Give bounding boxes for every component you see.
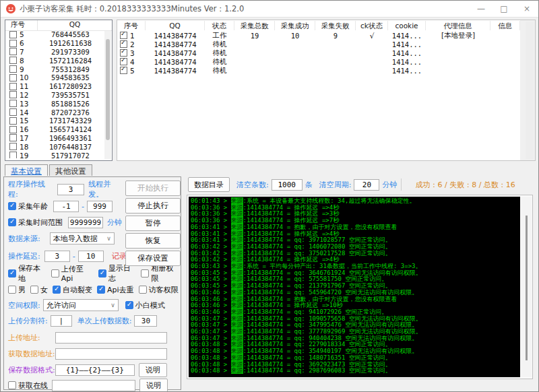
row-checkbox[interactable]: [9, 117, 17, 125]
checkbox-unchecked[interactable]: [30, 286, 38, 294]
fetch-url-input[interactable]: [55, 348, 167, 360]
close-button[interactable]: ×: [515, 1, 538, 17]
row-checkbox-checked[interactable]: [120, 67, 127, 74]
list-item[interactable]: 171966493361: [5, 134, 104, 143]
delay-min-input[interactable]: 3: [44, 251, 70, 262]
upload-url-input[interactable]: [55, 332, 167, 344]
column-header[interactable]: 信息: [490, 21, 520, 30]
data-directory-button[interactable]: 数据目录: [188, 177, 230, 192]
list-item[interactable]: 111617280923: [5, 82, 104, 91]
table-row[interactable]: 31414384774待机1414...: [117, 48, 520, 57]
checkbox-item[interactable]: 女: [30, 285, 48, 295]
action-button[interactable]: 保存设置: [125, 251, 181, 266]
row-checkbox-checked[interactable]: [120, 49, 127, 57]
tab-other-settings[interactable]: 其他设置: [49, 164, 92, 176]
row-checkbox[interactable]: [9, 40, 17, 47]
list-item[interactable]: 81572116284: [5, 56, 104, 65]
col-qq[interactable]: QQ: [38, 20, 112, 30]
checkbox-checked[interactable]: [98, 269, 106, 277]
row-checkbox[interactable]: [9, 134, 17, 141]
fetch-online-input[interactable]: [52, 380, 135, 391]
checkbox-item[interactable]: Api去重: [97, 285, 134, 295]
list-item[interactable]: 151731743329: [5, 117, 104, 125]
checkbox-checked[interactable]: [8, 269, 16, 277]
format-help-button[interactable]: 说明: [139, 363, 167, 377]
row-checkbox[interactable]: [9, 74, 17, 81]
checkbox-item[interactable]: 男: [8, 285, 26, 295]
scrollbar-thumb[interactable]: [106, 39, 110, 140]
data-source-select[interactable]: 本地导入数据 ∨: [50, 232, 115, 244]
row-checkbox[interactable]: [9, 143, 17, 150]
list-item[interactable]: 5768445563: [5, 30, 104, 39]
row-checkbox[interactable]: [9, 83, 17, 90]
row-checkbox[interactable]: [9, 57, 17, 64]
time-range-input[interactable]: 9999999: [68, 217, 103, 228]
checkbox-item[interactable]: 自动裂变: [53, 285, 92, 295]
age-max-input[interactable]: 999: [87, 201, 113, 212]
console-scrollbar[interactable]: [521, 197, 532, 377]
checkbox-unchecked[interactable]: [141, 269, 149, 277]
column-header[interactable]: 采集总数: [234, 21, 275, 30]
checkbox-checked[interactable]: [97, 286, 105, 294]
save-format-input[interactable]: {1}——{2}——{3}: [55, 364, 135, 376]
clear-count-input[interactable]: 1000: [272, 179, 303, 191]
row-checkbox-checked[interactable]: [120, 32, 127, 39]
fetch-online-checkbox[interactable]: [8, 381, 16, 389]
row-checkbox[interactable]: [9, 152, 17, 158]
list-item[interactable]: 14872072376: [5, 108, 104, 117]
column-header[interactable]: cookie: [388, 21, 426, 30]
row-checkbox[interactable]: [9, 48, 17, 55]
row-checkbox[interactable]: [9, 91, 17, 98]
console-scrollbar-thumb[interactable]: [526, 216, 528, 360]
row-checkbox-checked[interactable]: [120, 58, 127, 65]
row-checkbox-checked[interactable]: [120, 40, 127, 48]
checkbox-checked[interactable]: [53, 286, 61, 294]
table-scrollbar[interactable]: [526, 22, 534, 159]
row-checkbox[interactable]: [9, 31, 17, 38]
action-button[interactable]: 恢复: [125, 233, 181, 249]
newbie-mode-checkbox[interactable]: [125, 301, 133, 309]
list-item[interactable]: 161565714124: [5, 125, 104, 134]
table-row[interactable]: 51414384774待机1414...: [117, 66, 520, 75]
checkbox-unchecked[interactable]: [8, 286, 16, 294]
column-header[interactable]: 代理信息: [426, 21, 490, 30]
table-row[interactable]: 21414384774待机1414...: [117, 40, 520, 48]
tab-basic-settings[interactable]: 基本设置: [5, 164, 48, 176]
table-row[interactable]: 11414384774工作19109√1414...[本地登录]: [117, 31, 520, 40]
column-header[interactable]: QQ: [146, 21, 205, 30]
checkbox-item[interactable]: 上传至Api: [51, 264, 94, 283]
list-item[interactable]: 9755312849: [5, 65, 104, 73]
log-console[interactable]: 06:01:43 > 来源:系统 = 本设备最大支持线程数: 34,超过将无法确…: [189, 197, 520, 377]
table-row[interactable]: 41414384774待机1414...: [117, 57, 520, 66]
checkbox-item[interactable]: 保存本地: [8, 263, 46, 284]
space-permission-select[interactable]: 允许访问 ∨: [43, 299, 119, 311]
list-item[interactable]: 7291973309: [5, 48, 104, 57]
row-checkbox[interactable]: [9, 100, 17, 107]
checkbox-item[interactable]: 访客权限: [139, 285, 179, 295]
column-header[interactable]: 序号: [117, 21, 146, 30]
clear-cycle-input[interactable]: 20: [354, 179, 379, 191]
thread-input[interactable]: 3: [57, 184, 84, 195]
list-scrollbar[interactable]: [104, 31, 111, 159]
age-checkbox[interactable]: [8, 202, 16, 210]
action-button[interactable]: 开始执行: [125, 181, 181, 196]
list-item[interactable]: 61912611638: [5, 39, 104, 48]
time-range-checkbox[interactable]: [8, 218, 16, 226]
checkbox-unchecked[interactable]: [139, 286, 147, 294]
list-item[interactable]: 181076448137: [5, 142, 104, 151]
list-item[interactable]: 13851881526: [5, 99, 104, 108]
row-checkbox[interactable]: [9, 65, 17, 73]
action-button[interactable]: 停止执行: [125, 198, 181, 214]
col-index[interactable]: 序号: [5, 20, 38, 30]
action-button[interactable]: 暂停: [125, 216, 181, 231]
row-checkbox[interactable]: [9, 126, 17, 133]
column-header[interactable]: ck状态: [356, 21, 388, 30]
delay-max-input[interactable]: 10: [78, 251, 104, 262]
online-help-button[interactable]: 说明: [139, 379, 168, 392]
checkbox-unchecked[interactable]: [51, 269, 59, 277]
split-char-input[interactable]: |: [51, 315, 72, 327]
list-item[interactable]: 10594583635: [5, 73, 104, 82]
column-header[interactable]: 采集成功: [275, 21, 315, 30]
batch-size-input[interactable]: 30: [134, 315, 157, 327]
column-header[interactable]: 状态: [205, 21, 234, 30]
